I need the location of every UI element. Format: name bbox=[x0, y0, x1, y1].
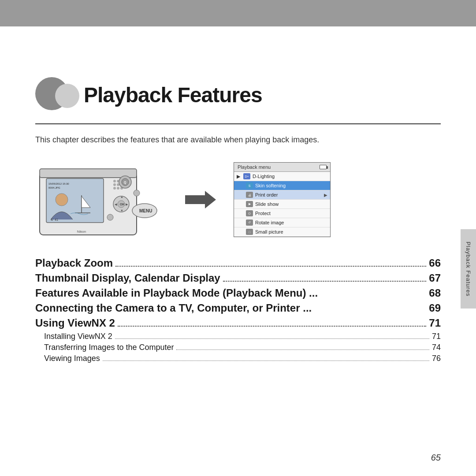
toc-entry-thumbnail: Thumbnail Display, Calendar Display 67 bbox=[35, 272, 441, 284]
svg-rect-1 bbox=[40, 169, 137, 178]
toc-zoom-dots bbox=[115, 266, 426, 267]
rotate-icon: ↺ bbox=[246, 219, 253, 226]
toc-installing-title: Installing ViewNX 2 bbox=[44, 332, 112, 341]
d-lighting-label: D-Lighting bbox=[253, 174, 327, 179]
menu-title-bar: Playback menu bbox=[234, 163, 330, 172]
svg-text:15/05/2012 15:30: 15/05/2012 15:30 bbox=[48, 182, 69, 185]
circle-small bbox=[55, 84, 79, 108]
top-bar bbox=[0, 0, 476, 57]
chapter-header: Playback Features bbox=[35, 75, 441, 115]
svg-text:Q: Q bbox=[124, 181, 126, 184]
svg-marker-35 bbox=[185, 191, 216, 208]
toc-zoom-title: Playback Zoom bbox=[35, 257, 113, 269]
d-lighting-icon: D+ bbox=[243, 173, 250, 179]
side-tab-label: Playback Features bbox=[465, 242, 472, 297]
svg-point-6 bbox=[56, 193, 68, 206]
toc-entry-connecting: Connecting the Camera to a TV, Computer,… bbox=[35, 302, 441, 314]
toc-connecting-page: 69 bbox=[429, 302, 441, 314]
svg-text:MENU: MENU bbox=[139, 208, 152, 213]
divider-line bbox=[35, 123, 441, 124]
toc-thumbnail-title: Thumbnail Display, Calendar Display bbox=[35, 272, 220, 284]
camera-illustration: Nikon 15/05/2012 15:30 0004.JPG 4/ 41 bbox=[35, 160, 167, 239]
toc-thumbnail-dots bbox=[223, 281, 427, 282]
menu-item-rotate[interactable]: ↺ Rotate image bbox=[234, 218, 330, 227]
menu-item-small-picture[interactable]: □ Small picture bbox=[234, 227, 330, 237]
toc-transferring-title: Transferring Images to the Computer bbox=[44, 343, 174, 352]
menu-item-slideshow[interactable]: ▶ Slide show bbox=[234, 200, 330, 209]
slideshow-icon: ▶ bbox=[246, 201, 253, 207]
main-content: Playback Features This chapter describes… bbox=[0, 57, 476, 378]
toc-entry-installing: Installing ViewNX 2 71 bbox=[35, 332, 441, 341]
svg-text:▲: ▲ bbox=[120, 195, 123, 198]
arrow-right bbox=[185, 189, 216, 211]
toc-entry-features: Features Available in Playback Mode (Pla… bbox=[35, 287, 441, 299]
chapter-title: Playback Features bbox=[84, 83, 262, 107]
svg-text:41: 41 bbox=[55, 218, 58, 221]
toc-thumbnail-page: 67 bbox=[429, 272, 441, 284]
toc-connecting-title: Connecting the Camera to a TV, Computer,… bbox=[35, 302, 312, 314]
toc-viewing-page: 76 bbox=[432, 354, 441, 363]
play-indicator: ▶ bbox=[237, 174, 240, 179]
menu-title-text: Playback menu bbox=[238, 164, 271, 170]
toc-transferring-page: 74 bbox=[432, 343, 441, 352]
svg-text:Nikon: Nikon bbox=[77, 230, 86, 234]
toc-viewing-dots bbox=[103, 361, 429, 361]
toc-entry-viewing: Viewing Images 76 bbox=[35, 354, 441, 363]
toc-viewnx-title: Using ViewNX 2 bbox=[35, 317, 115, 329]
small-picture-icon: □ bbox=[246, 229, 253, 235]
menu-item-skin[interactable]: S Skin softening bbox=[234, 181, 330, 190]
rotate-label: Rotate image bbox=[255, 220, 327, 225]
circles-decoration bbox=[35, 75, 79, 115]
skin-label: Skin softening bbox=[255, 183, 327, 188]
toc-features-page: 68 bbox=[429, 287, 441, 299]
svg-text:▼: ▼ bbox=[120, 209, 123, 212]
protect-icon: O bbox=[246, 210, 253, 216]
svg-point-33 bbox=[107, 214, 113, 220]
toc-features-title: Features Available in Playback Mode (Pla… bbox=[35, 287, 318, 299]
print-arrow: ▶ bbox=[324, 193, 327, 197]
toc-zoom-page: 66 bbox=[429, 257, 441, 269]
toc-viewing-title: Viewing Images bbox=[44, 354, 100, 363]
svg-point-34 bbox=[134, 190, 140, 196]
toc-entry-transferring: Transferring Images to the Computer 74 bbox=[35, 343, 441, 352]
print-label: Print order bbox=[255, 192, 322, 197]
toc-entry-viewnx: Using ViewNX 2 71 bbox=[35, 317, 441, 329]
menu-battery-icon bbox=[320, 165, 327, 169]
toc-viewnx-dots bbox=[118, 326, 426, 327]
menu-item-print[interactable]: 🖨 Print order ▶ bbox=[234, 190, 330, 200]
svg-text:OK: OK bbox=[120, 203, 125, 206]
page-number: 65 bbox=[431, 453, 441, 463]
svg-text:0004.JPG: 0004.JPG bbox=[48, 186, 60, 189]
svg-point-18 bbox=[113, 187, 116, 190]
toc-installing-page: 71 bbox=[432, 332, 441, 341]
toc-section: Playback Zoom 66 Thumbnail Display, Cale… bbox=[35, 257, 441, 363]
toc-viewnx-page: 71 bbox=[429, 317, 441, 329]
small-picture-label: Small picture bbox=[255, 229, 327, 234]
svg-point-12 bbox=[113, 180, 116, 182]
playback-menu-box: Playback menu ▶ D+ D-Lighting S Skin sof… bbox=[234, 162, 331, 237]
top-bar-white bbox=[0, 26, 476, 57]
toc-transferring-dots bbox=[176, 350, 429, 350]
print-icon: 🖨 bbox=[246, 192, 253, 198]
svg-point-19 bbox=[117, 187, 119, 190]
toc-installing-dots bbox=[115, 338, 429, 339]
skin-icon: S bbox=[246, 182, 253, 189]
protect-label: Protect bbox=[255, 211, 327, 216]
toc-entry-zoom: Playback Zoom 66 bbox=[35, 257, 441, 269]
svg-point-15 bbox=[113, 183, 116, 186]
diagram-area: Nikon 15/05/2012 15:30 0004.JPG 4/ 41 bbox=[35, 160, 441, 239]
slideshow-label: Slide show bbox=[255, 201, 327, 207]
side-tab: Playback Features bbox=[461, 229, 476, 309]
menu-item-d-lighting[interactable]: ▶ D+ D-Lighting bbox=[234, 172, 330, 181]
menu-item-protect[interactable]: O Protect bbox=[234, 209, 330, 218]
svg-text:4/: 4/ bbox=[51, 218, 53, 221]
chapter-description: This chapter describes the features that… bbox=[35, 135, 441, 145]
